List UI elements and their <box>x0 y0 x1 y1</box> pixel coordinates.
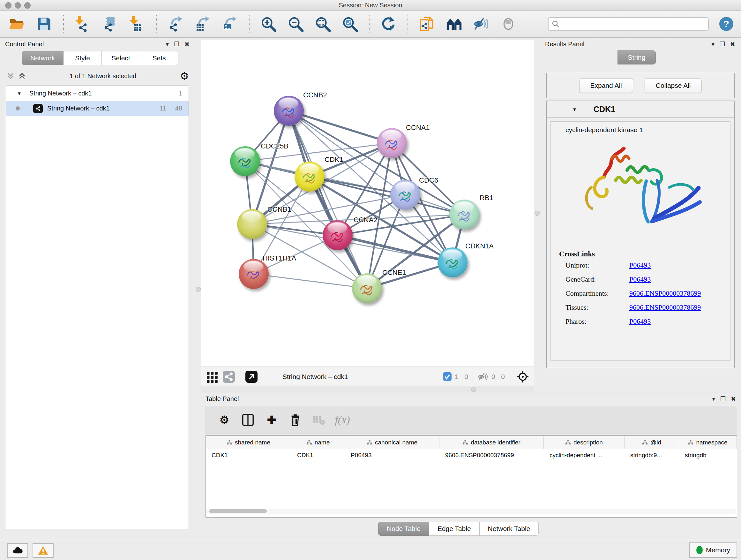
table-add-icon[interactable]: ✚ <box>265 413 279 427</box>
export-network-icon[interactable] <box>167 16 184 32</box>
window-zoom-button[interactable] <box>24 2 30 9</box>
hidden-eye-slash-icon[interactable] <box>477 372 488 381</box>
column-header-description[interactable]: description <box>544 436 624 449</box>
node-RB1[interactable] <box>449 199 479 230</box>
edge-CCNB2-CCNA1[interactable] <box>289 111 392 143</box>
zoom-in-icon[interactable] <box>260 16 276 32</box>
node-CCNB1[interactable] <box>237 209 267 239</box>
save-session-icon[interactable] <box>36 16 52 32</box>
export-image-icon[interactable] <box>222 16 238 32</box>
zoom-fit-icon[interactable] <box>315 16 331 32</box>
column-header--id[interactable]: @id <box>624 436 679 449</box>
left-panel-splitter[interactable] <box>195 38 201 540</box>
crosslink-link[interactable]: 9606.ENSP00000378699 <box>629 303 701 312</box>
control-panel-close-icon[interactable]: ✖ <box>185 41 190 47</box>
node-CCNB2[interactable] <box>274 96 304 126</box>
edge-CCNA2-CDKN1A[interactable] <box>338 235 453 262</box>
edge-CCNB2-CCNE1[interactable] <box>289 111 367 288</box>
tab-sets[interactable]: Sets <box>140 51 179 65</box>
entry-body: cyclin-dependent kinase 1 Cros <box>550 121 731 361</box>
results-panel-float-icon[interactable]: ❒ <box>720 41 725 47</box>
tab-select[interactable]: Select <box>102 51 140 65</box>
memory-button[interactable]: Memory <box>689 543 737 558</box>
column-header-shared-name[interactable]: shared name <box>206 436 291 449</box>
node-CDK1[interactable] <box>294 162 325 192</box>
crosslink-link[interactable]: P06493 <box>629 261 651 269</box>
collection-expand-icon[interactable]: ▼ <box>17 91 22 96</box>
import-database-icon[interactable] <box>102 16 118 32</box>
node-CDC6[interactable] <box>390 180 420 210</box>
crosslink-link[interactable]: P06493 <box>629 317 651 326</box>
node-CDC25B[interactable] <box>230 146 260 176</box>
column-header-namespace[interactable]: namespace <box>679 436 737 449</box>
refresh-view-icon[interactable] <box>381 16 396 32</box>
open-file-icon[interactable] <box>9 16 25 32</box>
show-all-icon[interactable] <box>500 16 516 32</box>
hidden-count: 0 - 0 <box>491 373 505 381</box>
import-table-icon[interactable] <box>129 16 145 32</box>
search-input[interactable] <box>562 20 705 28</box>
collapse-all-button[interactable]: Collapse All <box>645 78 702 93</box>
table-panel-collapse-icon[interactable]: ▾ <box>712 396 715 402</box>
window-close-button[interactable] <box>5 2 11 9</box>
expand-all-icon[interactable] <box>18 72 26 80</box>
column-header-database-identifier[interactable]: database identifier <box>440 436 544 449</box>
results-panel-close-icon[interactable]: ✖ <box>730 41 735 47</box>
tab-network[interactable]: Network <box>22 51 64 65</box>
tab-network-table[interactable]: Network Table <box>480 522 539 536</box>
results-panel-collapse-icon[interactable]: ▾ <box>711 41 715 47</box>
network-row[interactable]: String Network – cdk1 11 48 <box>6 101 189 116</box>
import-network-icon[interactable] <box>75 16 91 32</box>
help-button[interactable]: ? <box>719 17 733 31</box>
table-delete-icon[interactable] <box>288 413 302 427</box>
collapse-all-icon[interactable] <box>6 72 15 80</box>
column-tree-icon <box>307 440 312 445</box>
table-row[interactable]: CDK1CDK1P064939606.ENSP00000378699cyclin… <box>206 449 737 461</box>
string-query-icon[interactable] <box>446 16 462 32</box>
crosslink-link[interactable]: 9606.ENSP00000378699 <box>629 289 701 298</box>
expand-all-button[interactable]: Expand All <box>579 78 633 93</box>
tab-string[interactable]: String <box>617 51 656 64</box>
tab-edge-table[interactable]: Edge Table <box>429 522 480 536</box>
clone-network-icon[interactable] <box>419 16 435 32</box>
crosslink-label: Compartments: <box>565 289 629 298</box>
network-collection-row[interactable]: ▼ String Network – cdk1 1 <box>6 86 189 101</box>
protein-structure-image <box>574 139 708 245</box>
tab-node-table[interactable]: Node Table <box>378 522 429 536</box>
node-HIST1H1A[interactable] <box>239 259 269 289</box>
entry-collapse-icon[interactable]: ▼ <box>572 107 577 112</box>
column-header-canonical-name[interactable]: canonical name <box>345 436 440 449</box>
node-CCNA1[interactable] <box>377 128 407 158</box>
network-share-icon[interactable] <box>223 371 235 383</box>
hide-selected-icon[interactable] <box>473 16 489 32</box>
node-CCNE1[interactable] <box>352 273 382 303</box>
table-panel-float-icon[interactable]: ❒ <box>720 396 726 402</box>
column-header-name[interactable]: name <box>291 436 345 449</box>
crosslink-row: Uniprot:P06493 <box>551 258 730 272</box>
selected-checkbox-icon[interactable] <box>443 372 452 381</box>
birdseye-grid-icon[interactable] <box>206 371 218 383</box>
export-table-icon[interactable] <box>195 16 211 32</box>
control-panel-collapse-icon[interactable]: ▾ <box>165 41 169 47</box>
node-CDKN1A[interactable] <box>437 247 468 277</box>
table-panel-close-icon[interactable]: ✖ <box>731 396 736 402</box>
tab-style[interactable]: Style <box>64 51 102 65</box>
scrollbar-thumb[interactable] <box>209 509 267 513</box>
control-panel-float-icon[interactable]: ❒ <box>174 41 179 47</box>
table-horizontal-scrollbar[interactable] <box>206 509 737 514</box>
window-minimize-button[interactable] <box>15 2 21 9</box>
open-in-window-icon[interactable] <box>246 371 258 383</box>
protein-ribbon-thumb <box>441 254 464 275</box>
table-settings-gear-icon[interactable]: ⚙ <box>217 413 231 427</box>
zoom-out-icon[interactable] <box>287 16 304 32</box>
node-CCNA2[interactable] <box>323 220 353 250</box>
edge-HIST1H1A-CCNE1[interactable] <box>254 274 367 288</box>
fit-crosshair-icon[interactable] <box>516 370 529 383</box>
zoom-selected-icon[interactable] <box>342 16 358 32</box>
table-columns-icon[interactable] <box>241 413 255 427</box>
warnings-button[interactable] <box>32 543 54 558</box>
cloud-button[interactable] <box>7 543 28 558</box>
crosslink-link[interactable]: P06493 <box>629 275 651 284</box>
network-options-gear-icon[interactable]: ⚙ <box>180 71 189 81</box>
network-canvas[interactable]: CCNB2 CCNA1 CDC25B CDK1 CDC6 RB1CCNB1 CC… <box>201 40 534 367</box>
